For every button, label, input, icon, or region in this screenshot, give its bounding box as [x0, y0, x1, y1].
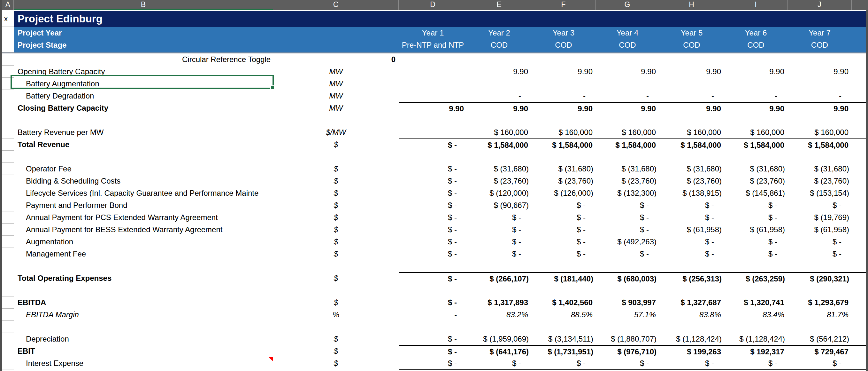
cell[interactable]	[852, 27, 866, 39]
value-cell[interactable]: $ -	[531, 248, 596, 260]
value-cell[interactable]: 9.90	[596, 102, 659, 114]
cell[interactable]	[852, 333, 866, 345]
value-cell[interactable]: $ -	[787, 199, 852, 211]
row-label-cell[interactable]: Operator Fee	[14, 163, 273, 175]
value-cell[interactable]: $ 729,467	[787, 345, 852, 357]
value-cell[interactable]: 9.90	[531, 102, 596, 114]
value-cell[interactable]: $ -	[659, 211, 724, 224]
value-cell[interactable]: 83.4%	[724, 309, 787, 321]
value-cell[interactable]: $ 160,000	[531, 126, 596, 139]
column-header-b[interactable]: B	[14, 0, 273, 10]
cell[interactable]	[852, 126, 866, 139]
cell-row-header[interactable]	[2, 248, 14, 260]
value-cell[interactable]: $ (31,680)	[659, 163, 724, 175]
unit-cell[interactable]: $	[273, 139, 399, 151]
value-cell[interactable]	[531, 114, 596, 126]
unit-cell[interactable]: $	[273, 333, 399, 345]
value-cell[interactable]	[399, 284, 467, 296]
value-cell[interactable]	[596, 151, 659, 163]
value-cell[interactable]: $ (31,680)	[531, 163, 596, 175]
cell-row-header[interactable]	[2, 345, 14, 357]
row-label-cell[interactable]	[14, 260, 273, 272]
unit-cell[interactable]	[273, 114, 399, 126]
value-cell[interactable]: $ (61,958)	[724, 224, 787, 236]
value-cell[interactable]: $ 1,293,679	[787, 296, 852, 309]
value-cell[interactable]: $ -	[724, 357, 787, 369]
value-cell[interactable]	[531, 151, 596, 163]
value-cell[interactable]: $ 903,997	[596, 296, 659, 309]
cell[interactable]	[852, 139, 866, 151]
value-cell[interactable]: $ -	[531, 357, 596, 369]
cell-row-header[interactable]	[2, 309, 14, 321]
value-cell[interactable]	[724, 321, 787, 333]
value-cell[interactable]: $ (1,731,951)	[531, 369, 596, 371]
value-cell[interactable]: $ (1,128,424)	[659, 333, 724, 345]
value-cell[interactable]: $ (31,680)	[724, 163, 787, 175]
unit-cell[interactable]: MW	[273, 65, 399, 78]
value-cell[interactable]: $ 1,320,741	[724, 296, 787, 309]
cell[interactable]	[852, 90, 866, 102]
unit-cell[interactable]: $	[273, 187, 399, 199]
unit-cell[interactable]	[273, 369, 399, 371]
value-cell[interactable]	[724, 114, 787, 126]
value-cell[interactable]: 9.90	[399, 102, 467, 114]
value-cell[interactable]: -	[467, 90, 531, 102]
row-label-cell[interactable]	[14, 114, 273, 126]
value-cell[interactable]: $ -	[399, 187, 467, 199]
value-cell[interactable]	[659, 53, 724, 65]
value-cell[interactable]	[596, 260, 659, 272]
value-cell[interactable]: $ (23,760)	[467, 175, 531, 187]
value-cell[interactable]	[399, 53, 467, 65]
value-cell[interactable]	[596, 321, 659, 333]
value-cell[interactable]: $ (976,710)	[596, 369, 659, 371]
row-label-cell[interactable]: Battery Degradation	[14, 90, 273, 102]
cell-row-header[interactable]	[2, 78, 14, 90]
value-cell[interactable]: -	[596, 90, 659, 102]
cell-row-header[interactable]	[2, 260, 14, 272]
value-cell[interactable]: $ -	[467, 211, 531, 224]
value-cell[interactable]	[467, 114, 531, 126]
value-cell[interactable]	[531, 53, 596, 65]
column-header-e[interactable]: E	[467, 0, 531, 10]
stage-cell[interactable]: COD	[596, 39, 659, 53]
unit-cell[interactable]: $	[273, 163, 399, 175]
value-cell[interactable]: $ -	[399, 175, 467, 187]
cell[interactable]	[852, 236, 866, 248]
cell-row-header[interactable]	[2, 199, 14, 211]
value-cell[interactable]: $ (19,769)	[787, 211, 852, 224]
value-cell[interactable]: $ -	[724, 199, 787, 211]
value-cell[interactable]	[467, 53, 531, 65]
cell[interactable]	[2, 39, 14, 53]
cell-row-header[interactable]	[2, 187, 14, 199]
row-label-cell[interactable]: Interest Expense	[14, 357, 273, 369]
value-cell[interactable]	[787, 321, 852, 333]
value-cell[interactable]	[659, 321, 724, 333]
value-cell[interactable]: $ 1,317,893	[467, 296, 531, 309]
cell-row-header[interactable]	[2, 139, 14, 151]
value-cell[interactable]: $ (1,880,707)	[596, 333, 659, 345]
cell-row-header[interactable]	[2, 333, 14, 345]
row-label-cell[interactable]	[14, 284, 273, 296]
value-cell[interactable]: $ (138,915)	[659, 187, 724, 199]
value-cell[interactable]: $ (132,300)	[596, 187, 659, 199]
cell-row-header[interactable]	[2, 357, 14, 369]
value-cell[interactable]: $ 160,000	[596, 126, 659, 139]
cell-row-header[interactable]	[2, 175, 14, 187]
value-cell[interactable]: $ -	[531, 199, 596, 211]
row-label-cell[interactable]: Augmentation	[14, 236, 273, 248]
value-cell[interactable]	[399, 65, 467, 78]
value-cell[interactable]: 88.5%	[531, 309, 596, 321]
value-cell[interactable]: $ -	[399, 163, 467, 175]
value-cell[interactable]: $ (23,760)	[724, 175, 787, 187]
unit-cell[interactable]: $	[273, 357, 399, 369]
value-cell[interactable]: $ (290,321)	[787, 272, 852, 284]
stage-cell[interactable]: COD	[724, 39, 787, 53]
value-cell[interactable]	[787, 151, 852, 163]
value-cell[interactable]: $ 1,327,687	[659, 296, 724, 309]
column-header-d[interactable]: D	[399, 0, 467, 10]
row-label-cell[interactable]: EBITDA Margin	[14, 309, 273, 321]
value-cell[interactable]: $ 1,584,000	[596, 139, 659, 151]
value-cell[interactable]: 9.90	[531, 65, 596, 78]
value-cell[interactable]: $ (641,176)	[467, 345, 531, 357]
cell[interactable]	[852, 296, 866, 309]
